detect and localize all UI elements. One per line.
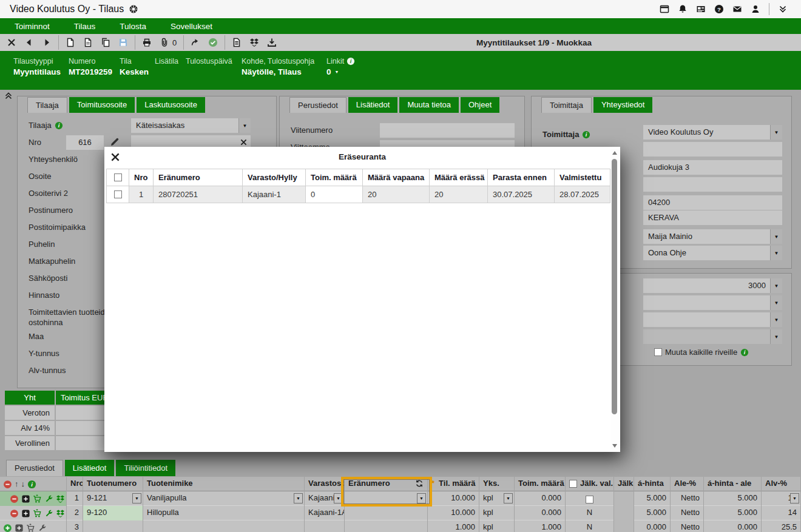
next-record-button[interactable] bbox=[42, 38, 52, 47]
window-icon[interactable] bbox=[660, 4, 669, 14]
supplier-field[interactable]: KERAVA bbox=[643, 210, 782, 225]
supplier-field[interactable]: 04200 bbox=[643, 195, 782, 210]
new-document-button[interactable] bbox=[66, 38, 75, 47]
scrollbar-thumb[interactable] bbox=[612, 159, 617, 414]
line-cell-ale[interactable]: Netto bbox=[671, 491, 704, 506]
wrench-icon[interactable] bbox=[38, 524, 47, 532]
line-cell-varastosta[interactable] bbox=[305, 520, 345, 532]
clear-field-icon[interactable] bbox=[240, 138, 248, 146]
tab-toimittaja[interactable]: Toimittaja bbox=[541, 97, 592, 113]
scroll-down-icon[interactable] bbox=[612, 444, 617, 448]
line-cell-varastosta[interactable]: Kajaani-1A bbox=[305, 506, 345, 520]
remove-circle-icon[interactable] bbox=[10, 494, 19, 503]
notifications-icon[interactable] bbox=[678, 4, 688, 14]
wrench-icon[interactable] bbox=[44, 494, 53, 503]
menu-tilaus[interactable]: Tilaus bbox=[74, 22, 96, 31]
previous-record-button[interactable] bbox=[24, 38, 34, 47]
select-all-checkbox-cell[interactable] bbox=[106, 169, 129, 186]
line-cell-ale[interactable]: Netto bbox=[671, 520, 704, 532]
approve-button[interactable] bbox=[208, 38, 218, 47]
line-cell-ale[interactable]: Netto bbox=[671, 506, 704, 520]
chevron-down-icon[interactable]: ▼ bbox=[770, 229, 782, 244]
customer-number-input[interactable]: 616 bbox=[66, 135, 104, 150]
dropbox-button[interactable] bbox=[249, 38, 259, 47]
line-cell-alv[interactable]: 25.5 bbox=[762, 520, 801, 532]
line-cell-tuotenimike[interactable]: Hillopulla bbox=[143, 506, 305, 520]
line-cell-eranumero[interactable]: ▼ bbox=[345, 491, 428, 506]
remove-circle-icon[interactable] bbox=[3, 480, 12, 489]
info-icon[interactable]: i bbox=[740, 348, 749, 357]
mail-icon[interactable] bbox=[732, 4, 742, 14]
edit-customer-icon[interactable] bbox=[110, 137, 120, 147]
globe-icon[interactable] bbox=[129, 4, 138, 14]
line-cell-tuotenimike[interactable]: Vaniljapulla▼ bbox=[143, 491, 305, 506]
line-cell-actions[interactable] bbox=[0, 506, 67, 520]
news-icon[interactable] bbox=[696, 4, 706, 14]
line-cell-jalk_val[interactable]: N bbox=[566, 506, 614, 520]
line-cell-yks[interactable]: kpl bbox=[479, 506, 515, 520]
tab-ohjeet[interactable]: Ohjeet bbox=[461, 97, 499, 113]
menu-tulosta[interactable]: Tulosta bbox=[120, 22, 146, 31]
apply-all-rows-checkbox[interactable] bbox=[654, 348, 662, 356]
line-cell-jalk_val[interactable] bbox=[566, 491, 614, 506]
open-document-button[interactable] bbox=[83, 38, 93, 47]
tab-lines-tiliointitiedot[interactable]: Tiliöintitiedot bbox=[116, 460, 175, 476]
box-plus-icon[interactable] bbox=[15, 524, 24, 532]
chevron-down-icon[interactable]: ▼ bbox=[504, 493, 513, 503]
cart-icon[interactable] bbox=[26, 524, 35, 532]
line-cell-eranumero[interactable] bbox=[345, 506, 428, 520]
chevron-down-icon[interactable]: ▼ bbox=[417, 493, 426, 503]
jalk-val-header-checkbox[interactable] bbox=[569, 480, 577, 488]
remove-circle-icon[interactable] bbox=[10, 509, 19, 518]
line-cell-a_hinta_ale[interactable]: 0.000 bbox=[704, 520, 762, 532]
chevron-down-icon[interactable]: ▼ bbox=[132, 493, 141, 503]
line-cell-jalk_val[interactable]: N bbox=[566, 520, 614, 532]
line-cell-tuotenumero[interactable]: 9-120 bbox=[83, 506, 143, 520]
line-cell-yks[interactable]: kpl bbox=[479, 520, 515, 532]
chevron-down-icon[interactable]: ▼ bbox=[770, 312, 782, 327]
tab-yhteystiedot[interactable]: Yhteystiedot bbox=[593, 97, 653, 113]
line-cell-tuotenumero[interactable]: 9-121▼ bbox=[83, 491, 143, 506]
customer-select[interactable]: Käteisasiakas ▼ bbox=[131, 118, 251, 133]
line-cell-nro[interactable]: 2 bbox=[67, 506, 83, 520]
tab-tilaaja[interactable]: Tilaaja bbox=[27, 97, 67, 113]
chevron-down-icon[interactable]: ▼ bbox=[294, 493, 303, 503]
supplier-field[interactable]: Video Koulutus Oy▼ bbox=[643, 125, 782, 140]
tab-lines-lisatiedot[interactable]: Lisätiedot bbox=[65, 460, 115, 476]
box-plus-icon[interactable] bbox=[21, 494, 30, 503]
batch-cell[interactable]: 0 bbox=[306, 186, 363, 203]
add-circle-icon[interactable] bbox=[3, 524, 12, 532]
print-button[interactable] bbox=[142, 38, 152, 47]
move-down-icon[interactable]: ↓ bbox=[21, 477, 25, 491]
menu-sovellukset[interactable]: Sovellukset bbox=[171, 22, 212, 31]
save-button[interactable] bbox=[118, 38, 128, 47]
default-field[interactable]: ▼ bbox=[643, 312, 782, 327]
line-cell-actions[interactable] bbox=[0, 520, 67, 532]
line-cell-a_hinta_ale[interactable]: 5.000 bbox=[704, 506, 762, 520]
document-report-button[interactable] bbox=[232, 38, 242, 47]
line-cell-alv[interactable]: 14▼ bbox=[762, 491, 801, 506]
line-cell-a_hinta[interactable]: 5.000 bbox=[634, 491, 671, 506]
user-icon[interactable] bbox=[751, 4, 760, 14]
info-icon[interactable]: i bbox=[582, 130, 590, 139]
modal-scrollbar[interactable] bbox=[610, 149, 619, 450]
line-cell-a_hinta[interactable]: 0.000 bbox=[634, 520, 671, 532]
line-cell-yks[interactable]: kpl▼ bbox=[479, 491, 515, 506]
chevron-down-icon[interactable]: ▼ bbox=[770, 295, 782, 310]
line-cell-toim_maara[interactable]: 0.000 bbox=[515, 506, 566, 520]
chevron-down-icon[interactable]: ▼ bbox=[770, 125, 782, 140]
expand-menu-icon[interactable] bbox=[778, 4, 788, 14]
line-cell-til_maara[interactable]: 10.000 bbox=[428, 506, 479, 520]
download-button[interactable] bbox=[267, 38, 277, 47]
chevron-down-icon[interactable]: ▼ bbox=[790, 493, 799, 503]
info-icon[interactable]: i bbox=[55, 121, 63, 130]
links-value[interactable]: 0 ▼ bbox=[326, 67, 355, 76]
move-up-icon[interactable]: ↑ bbox=[15, 477, 19, 491]
line-cell-jalk[interactable] bbox=[614, 506, 634, 520]
copy-document-button[interactable] bbox=[101, 38, 110, 47]
chevron-down-icon[interactable]: ▼ bbox=[770, 329, 782, 344]
line-cell-varastosta[interactable]: Kajaani-1▼ bbox=[305, 491, 345, 506]
chevron-down-icon[interactable]: ▼ bbox=[238, 118, 251, 133]
cart-icon[interactable] bbox=[33, 494, 42, 503]
chevron-down-icon[interactable]: ▼ bbox=[770, 278, 782, 293]
